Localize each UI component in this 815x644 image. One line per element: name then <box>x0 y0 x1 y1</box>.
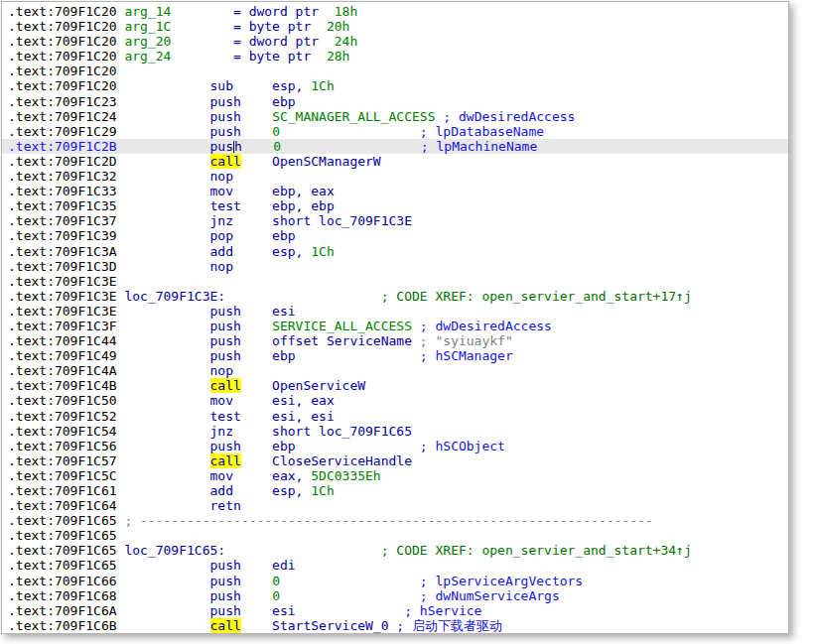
address: .text:709F1C20 <box>8 19 117 34</box>
code-text <box>117 154 210 169</box>
asm-line[interactable]: .text:709F1C49 push ebp ; hSCManager <box>2 348 788 363</box>
address: .text:709F1C23 <box>8 94 117 109</box>
asm-line[interactable]: .text:709F1C65 <box>2 528 788 543</box>
asm-line[interactable]: .text:709F1C3E loc_709F1C3E: ; CODE XREF… <box>2 289 788 304</box>
asm-line[interactable]: .text:709F1C52 test esi, esi <box>2 409 788 424</box>
asm-line-current[interactable]: .text:709F1C2B push 0 ; lpMachineName <box>2 139 788 154</box>
address: .text:709F1C61 <box>8 483 117 498</box>
asm-line[interactable]: .text:709F1C23 push ebp <box>2 94 788 109</box>
asm-line[interactable]: .text:709F1C20 arg_20 = dword ptr 24h <box>2 34 788 49</box>
code-text: push edi <box>117 558 296 573</box>
code-text: push <box>117 109 273 124</box>
asm-line[interactable]: .text:709F1C66 push 0 ; lpServiceArgVect… <box>2 574 788 588</box>
code-text: push esi <box>117 304 296 319</box>
code-text: push <box>117 588 273 603</box>
address: .text:709F1C20 <box>8 64 117 78</box>
asm-line[interactable]: .text:709F1C5C mov eax, 5DC0335Eh <box>2 468 788 483</box>
asm-line[interactable]: .text:709F1C68 push 0 ; dwNumServiceArgs <box>2 588 788 603</box>
code-text: push ebp <box>117 348 296 363</box>
code-text: = dword ptr <box>171 34 334 49</box>
asm-line[interactable]: .text:709F1C65 push edi <box>2 558 788 573</box>
asm-line[interactable]: .text:709F1C44 push offset ServiceName ;… <box>2 333 788 348</box>
ida-disassembly-window: .text:709F1C20 arg_14 = dword ptr 18h.te… <box>1 1 789 634</box>
asm-line[interactable]: .text:709F1C24 push SC_MANAGER_ALL_ACCES… <box>2 109 788 124</box>
code-text: = dword ptr <box>171 4 334 19</box>
asm-line[interactable]: .text:709F1C33 mov ebp, eax <box>2 184 788 198</box>
asm-line[interactable]: .text:709F1C35 test ebp, ebp <box>2 198 788 213</box>
code-text: push offset ServiceName <box>117 333 420 348</box>
asm-line[interactable]: .text:709F1C3D nop <box>2 259 788 274</box>
code-text: h <box>234 139 273 154</box>
address: .text:709F1C50 <box>8 393 117 408</box>
address: .text:709F1C4A <box>8 363 117 378</box>
asm-line[interactable]: .text:709F1C64 retn <box>2 498 788 513</box>
asm-line[interactable]: .text:709F1C20 <box>2 64 788 78</box>
asm-line[interactable]: .text:709F1C3A add esp, 1Ch <box>2 244 788 259</box>
constant-value: 0 <box>272 574 280 588</box>
code-text: push ebp <box>117 439 296 453</box>
asm-line[interactable]: .text:709F1C61 add esp, 1Ch <box>2 483 788 498</box>
address: .text:709F1C3F <box>8 319 117 333</box>
address: .text:709F1C20 <box>8 34 117 49</box>
code-text <box>117 453 210 468</box>
gray-comment: ; --------------------------------------… <box>117 513 653 528</box>
asm-line[interactable]: .text:709F1C20 sub esp, 1Ch <box>2 78 788 93</box>
disassembly-view[interactable]: .text:709F1C20 arg_14 = dword ptr 18h.te… <box>2 4 788 633</box>
constant-value: 20h <box>327 19 349 34</box>
code-text: OpenServiceW <box>241 378 365 393</box>
address: .text:709F1C3E <box>8 289 117 304</box>
address: .text:709F1C6A <box>8 603 117 618</box>
asm-line[interactable]: .text:709F1C3E <box>2 274 788 289</box>
asm-line[interactable]: .text:709F1C65 ; -----------------------… <box>2 513 788 528</box>
asm-line[interactable]: .text:709F1C20 arg_1C = byte ptr 20h <box>2 19 788 34</box>
gray-comment: ; "syiuaykf" <box>420 333 513 348</box>
address: .text:709F1C20 <box>8 4 117 19</box>
asm-line[interactable]: .text:709F1C50 mov esi, eax <box>2 393 788 408</box>
address: .text:709F1C2D <box>8 154 117 169</box>
asm-line[interactable]: .text:709F1C3E push esi <box>2 304 788 319</box>
asm-line[interactable]: .text:709F1C6B call StartServiceW_0 ; 启动… <box>2 618 788 633</box>
xref-comment: ; CODE XREF: open_servier_and_start+34↑j <box>225 543 692 558</box>
code-text <box>117 378 210 393</box>
asm-line[interactable]: .text:709F1C20 arg_24 = byte ptr 28h <box>2 49 788 64</box>
constant-value: 0 <box>272 588 280 603</box>
constant-value: arg_20 <box>117 34 172 49</box>
code-text: CloseServiceHandle <box>241 453 412 468</box>
asm-line[interactable]: .text:709F1C29 push 0 ; lpDatabaseName <box>2 124 788 139</box>
address: .text:709F1C66 <box>8 574 117 588</box>
asm-line[interactable]: .text:709F1C65 loc_709F1C65: ; CODE XREF… <box>2 543 788 558</box>
asm-line[interactable]: .text:709F1C4B call OpenServiceW <box>2 378 788 393</box>
asm-line[interactable]: .text:709F1C6A push esi ; hService <box>2 603 788 618</box>
asm-line[interactable]: .text:709F1C32 nop <box>2 169 788 184</box>
code-text: nop <box>117 259 233 274</box>
asm-line[interactable]: .text:709F1C2D call OpenSCManagerW <box>2 154 788 169</box>
asm-line[interactable]: .text:709F1C37 jnz short loc_709F1C3E <box>2 213 788 228</box>
asm-line[interactable]: .text:709F1C3F push SERVICE_ALL_ACCESS ;… <box>2 319 788 333</box>
address: .text:709F1C49 <box>8 348 117 363</box>
address: .text:709F1C5C <box>8 468 117 483</box>
constant-value: 5DC0335Eh <box>311 468 380 483</box>
address: .text:709F1C44 <box>8 333 117 348</box>
code-text: pus <box>117 139 233 154</box>
highlighted-call-mnemonic: call <box>210 154 241 169</box>
address: .text:709F1C3E <box>8 304 117 319</box>
asm-line[interactable]: .text:709F1C57 call CloseServiceHandle <box>2 453 788 468</box>
auto-comment: ; lpDatabaseName <box>280 124 544 139</box>
auto-comment: ; lpServiceArgVectors <box>280 574 583 588</box>
asm-line[interactable]: .text:709F1C39 pop ebp <box>2 228 788 243</box>
constant-value: 18h <box>335 4 357 19</box>
code-text: retn <box>117 498 241 513</box>
code-text: push <box>117 124 273 139</box>
code-text <box>117 618 210 633</box>
address: .text:709F1C29 <box>8 124 117 139</box>
asm-line[interactable]: .text:709F1C20 arg_14 = dword ptr 18h <box>2 4 788 19</box>
code-text: = byte ptr <box>171 49 327 64</box>
constant-value: arg_24 <box>117 49 172 64</box>
code-text: nop <box>117 169 233 184</box>
code-text: OpenSCManagerW <box>241 154 381 169</box>
highlighted-call-mnemonic: call <box>210 378 241 393</box>
asm-line[interactable]: .text:709F1C56 push ebp ; hSCObject <box>2 439 788 453</box>
asm-line[interactable]: .text:709F1C4A nop <box>2 363 788 378</box>
asm-line[interactable]: .text:709F1C54 jnz short loc_709F1C65 <box>2 424 788 439</box>
highlighted-call-mnemonic: call <box>210 618 241 633</box>
